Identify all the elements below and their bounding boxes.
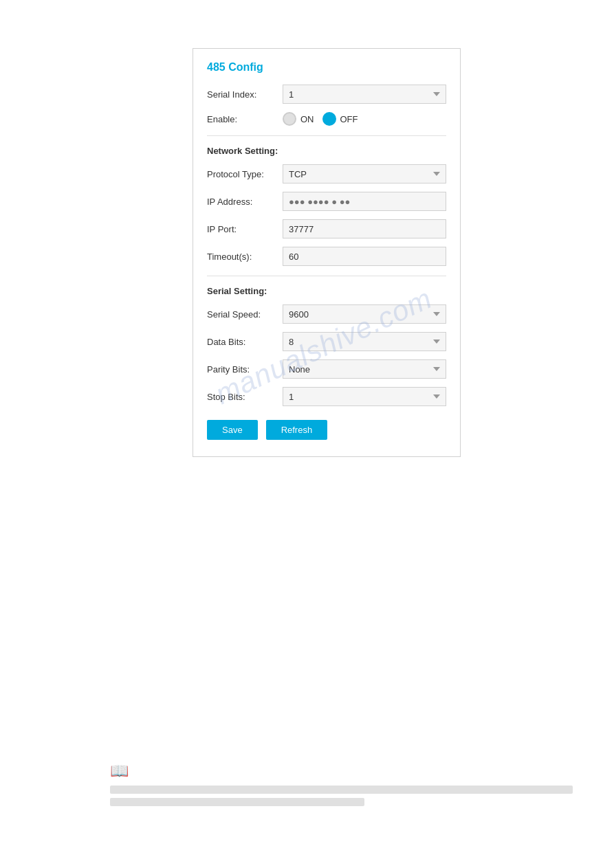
serial-index-select[interactable]: 1 2 3 4 bbox=[283, 85, 446, 104]
serial-speed-select[interactable]: 1200 2400 4800 9600 19200 38400 57600 11… bbox=[283, 304, 446, 324]
ip-port-input[interactable] bbox=[283, 219, 446, 238]
ip-port-label: IP Port: bbox=[207, 224, 283, 234]
toggle-container: ON OFF bbox=[283, 112, 358, 126]
divider-2 bbox=[207, 276, 446, 276]
serial-index-row: Serial Index: 1 2 3 4 bbox=[207, 85, 446, 104]
enable-row: Enable: ON OFF bbox=[207, 112, 446, 126]
toggle-off-circle[interactable] bbox=[322, 112, 336, 126]
toggle-off-option[interactable]: OFF bbox=[322, 112, 358, 126]
divider-1 bbox=[207, 135, 446, 136]
toggle-on-circle[interactable] bbox=[283, 112, 296, 126]
toggle-off-label: OFF bbox=[340, 114, 358, 124]
protocol-type-label: Protocol Type: bbox=[207, 169, 283, 179]
ip-port-row: IP Port: bbox=[207, 219, 446, 238]
data-bits-row: Data Bits: 5 6 7 8 bbox=[207, 332, 446, 351]
protocol-type-row: Protocol Type: TCP UDP bbox=[207, 164, 446, 183]
parity-bits-label: Parity Bits: bbox=[207, 364, 283, 375]
text-bar-2 bbox=[110, 798, 364, 806]
parity-bits-select[interactable]: None Odd Even bbox=[283, 359, 446, 379]
enable-label: Enable: bbox=[207, 114, 283, 124]
timeout-label: Timeout(s): bbox=[207, 252, 283, 262]
timeout-row: Timeout(s): bbox=[207, 247, 446, 266]
refresh-button[interactable]: Refresh bbox=[266, 420, 328, 440]
config-panel: 485 Config Serial Index: 1 2 3 4 Enable:… bbox=[193, 48, 461, 457]
serial-setting-title: Serial Setting: bbox=[207, 286, 446, 296]
serial-speed-row: Serial Speed: 1200 2400 4800 9600 19200 … bbox=[207, 304, 446, 324]
stop-bits-select[interactable]: 1 2 bbox=[283, 387, 446, 406]
ip-address-input[interactable] bbox=[283, 192, 446, 211]
timeout-input[interactable] bbox=[283, 247, 446, 266]
bottom-area: 📖 bbox=[110, 762, 573, 806]
page-container: 485 Config Serial Index: 1 2 3 4 Enable:… bbox=[0, 0, 614, 868]
save-button[interactable]: Save bbox=[207, 420, 258, 440]
data-bits-label: Data Bits: bbox=[207, 337, 283, 347]
ip-address-row: IP Address: bbox=[207, 192, 446, 211]
text-bar-1 bbox=[110, 786, 573, 794]
buttons-row: Save Refresh bbox=[207, 420, 446, 440]
panel-title: 485 Config bbox=[207, 61, 446, 74]
network-setting-title: Network Setting: bbox=[207, 146, 446, 156]
serial-index-label: Serial Index: bbox=[207, 89, 283, 100]
ip-address-label: IP Address: bbox=[207, 197, 283, 207]
parity-bits-row: Parity Bits: None Odd Even bbox=[207, 359, 446, 379]
serial-speed-label: Serial Speed: bbox=[207, 309, 283, 320]
toggle-on-label: ON bbox=[300, 114, 314, 124]
stop-bits-row: Stop Bits: 1 2 bbox=[207, 387, 446, 406]
data-bits-select[interactable]: 5 6 7 8 bbox=[283, 332, 446, 351]
toggle-on-option[interactable]: ON bbox=[283, 112, 314, 126]
stop-bits-label: Stop Bits: bbox=[207, 392, 283, 402]
book-icon: 📖 bbox=[110, 762, 573, 780]
protocol-type-select[interactable]: TCP UDP bbox=[283, 164, 446, 183]
